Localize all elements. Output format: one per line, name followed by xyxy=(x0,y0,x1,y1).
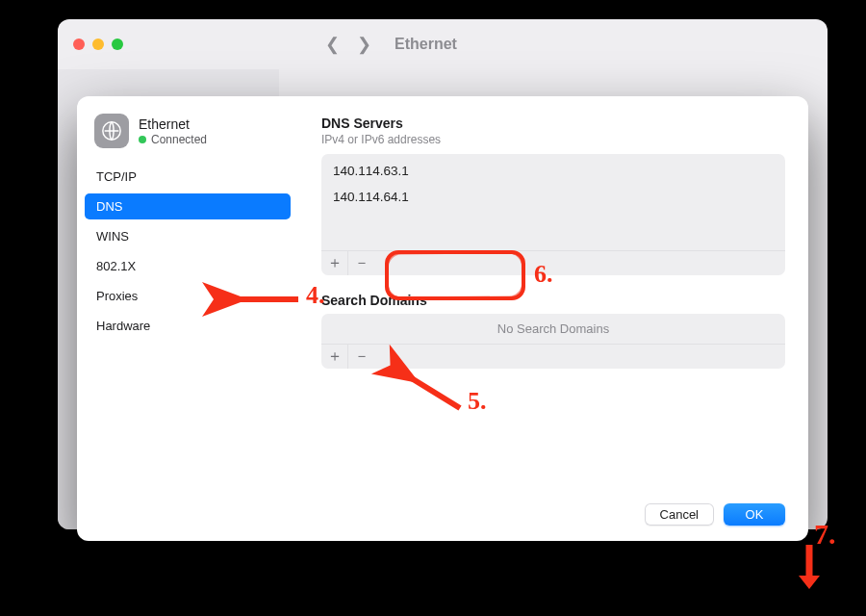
connection-header: Ethernet Connected xyxy=(77,114,298,162)
search-domains-empty: No Search Domains xyxy=(321,314,785,344)
window-traffic-lights xyxy=(73,38,123,50)
tab-wins[interactable]: WINS xyxy=(77,223,298,249)
ok-button[interactable]: OK xyxy=(724,503,785,526)
minimize-window-button[interactable] xyxy=(92,38,104,50)
tab-dns[interactable]: DNS xyxy=(85,193,291,219)
tab-8021x[interactable]: 802.1X xyxy=(77,253,298,279)
dns-server-row[interactable]: 140.114.63.1 xyxy=(321,158,785,184)
search-domain-remove-button[interactable]: － xyxy=(348,345,375,369)
tab-hardware[interactable]: Hardware xyxy=(77,313,298,339)
dns-add-button[interactable]: ＋ xyxy=(321,251,348,275)
dns-servers-list[interactable]: 140.114.63.1140.114.64.1 ＋ － xyxy=(321,154,785,275)
ethernet-advanced-sheet: Ethernet Connected TCP/IPDNSWINS802.1XPr… xyxy=(77,96,808,541)
dns-server-row[interactable]: 140.114.64.1 xyxy=(321,184,785,210)
cancel-button[interactable]: Cancel xyxy=(645,503,714,526)
search-domains-list[interactable]: No Search Domains ＋ － xyxy=(321,314,785,369)
tab-tcpip[interactable]: TCP/IP xyxy=(77,164,298,190)
close-window-button[interactable] xyxy=(73,38,85,50)
nav-forward-button[interactable]: ❯ xyxy=(357,34,371,55)
sheet-sidebar: Ethernet Connected TCP/IPDNSWINS802.1XPr… xyxy=(77,96,298,541)
connection-name: Ethernet xyxy=(139,116,207,132)
window-title: Ethernet xyxy=(395,36,457,53)
search-domain-add-button[interactable]: ＋ xyxy=(321,345,348,369)
dns-servers-heading: DNS Servers xyxy=(321,116,785,131)
ethernet-icon xyxy=(94,114,129,148)
dns-servers-subheading: IPv4 or IPv6 addresses xyxy=(321,133,785,146)
connection-status: Connected xyxy=(139,133,207,146)
nav-back-button[interactable]: ❮ xyxy=(325,34,340,55)
tab-proxies[interactable]: Proxies xyxy=(77,283,298,309)
dns-remove-button[interactable]: － xyxy=(348,251,375,275)
window-toolbar: ❮ ❯ Ethernet xyxy=(58,19,828,69)
search-domains-heading: Search Domains xyxy=(321,293,785,308)
sheet-tab-list: TCP/IPDNSWINS802.1XProxiesHardware xyxy=(77,162,298,343)
annotation-arrow-7 xyxy=(795,541,824,595)
zoom-window-button[interactable] xyxy=(112,38,123,50)
status-dot-icon xyxy=(139,136,146,143)
